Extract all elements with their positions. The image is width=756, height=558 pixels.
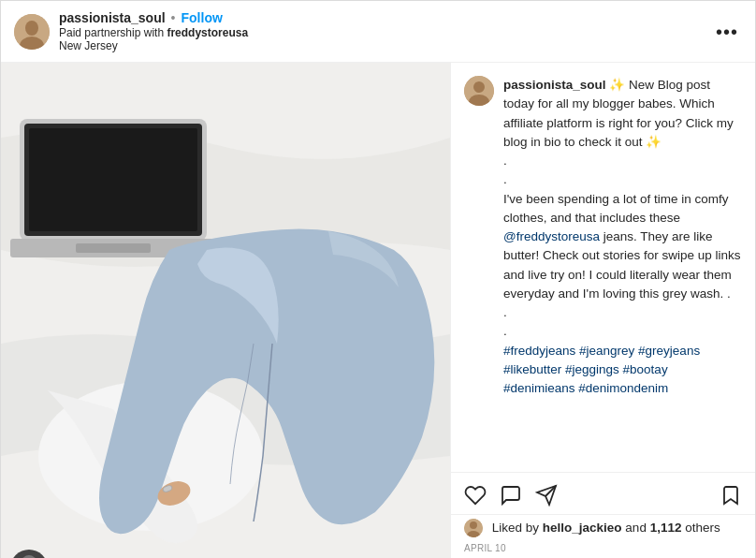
- comment-button[interactable]: [500, 480, 522, 510]
- action-icons: [464, 480, 742, 510]
- post-body: passionista_soul ✨ New Blog post today f…: [1, 63, 755, 558]
- image-scene: [1, 63, 450, 558]
- post-image: [1, 63, 450, 558]
- caption-username[interactable]: passionista_soul: [503, 78, 606, 92]
- comment-icon: [500, 484, 522, 507]
- caption-text: passionista_soul ✨ New Blog post today f…: [503, 76, 742, 398]
- liked-by-avatar: [464, 519, 483, 537]
- caption-body: I've been spending a lot of time in comf…: [503, 192, 728, 225]
- paid-partnership: Paid partnership with freddystoreusa: [59, 26, 712, 39]
- follow-button[interactable]: Follow: [182, 10, 223, 25]
- profile-avatar[interactable]: [14, 14, 50, 50]
- actions-bar: [451, 473, 755, 515]
- svg-point-1: [25, 21, 38, 36]
- like-button[interactable]: [464, 480, 487, 510]
- like-count: 1,112: [650, 521, 682, 535]
- svg-point-22: [470, 521, 477, 529]
- post-right: passionista_soul ✨ New Blog post today f…: [450, 63, 755, 558]
- share-button[interactable]: [535, 480, 558, 510]
- svg-rect-9: [76, 243, 151, 253]
- bookmark-icon: [720, 484, 742, 507]
- mention-freddy[interactable]: @freddystoreusa: [503, 229, 600, 243]
- dot-separator: •: [171, 10, 176, 25]
- post-header: passionista_soul • Follow Paid partnersh…: [1, 1, 755, 63]
- liked-by-prefix: Liked by: [492, 521, 543, 535]
- others-text: others: [681, 521, 720, 535]
- more-options-button[interactable]: •••: [712, 22, 742, 41]
- caption-row: passionista_soul ✨ New Blog post today f…: [464, 76, 742, 398]
- dot-2: .: [503, 172, 507, 186]
- heart-icon: [464, 484, 487, 507]
- svg-point-17: [473, 81, 485, 93]
- save-button[interactable]: [720, 480, 742, 510]
- instagram-post: passionista_soul • Follow Paid partnersh…: [0, 0, 756, 558]
- dot-4: .: [503, 324, 507, 338]
- post-date: APRIL 10: [451, 541, 755, 558]
- caption-avatar: [464, 76, 494, 106]
- send-icon: [535, 484, 558, 507]
- likes-row: Liked by hello_jackieo and 1,112 others: [451, 515, 755, 541]
- and-text: and: [622, 521, 650, 535]
- hashtags[interactable]: #freddyjeans #jeangrey #greyjeans #likeb…: [503, 344, 700, 396]
- partner-link[interactable]: freddystoreusa: [167, 26, 248, 39]
- dot-3: .: [503, 305, 507, 319]
- svg-rect-7: [29, 128, 197, 231]
- dot-1: .: [503, 154, 507, 168]
- liked-by-user[interactable]: hello_jackieo: [543, 521, 622, 535]
- header-info: passionista_soul • Follow Paid partnersh…: [59, 10, 712, 52]
- location: New Jersey: [59, 39, 712, 52]
- caption-area: passionista_soul ✨ New Blog post today f…: [451, 63, 755, 473]
- header-username[interactable]: passionista_soul: [59, 10, 166, 25]
